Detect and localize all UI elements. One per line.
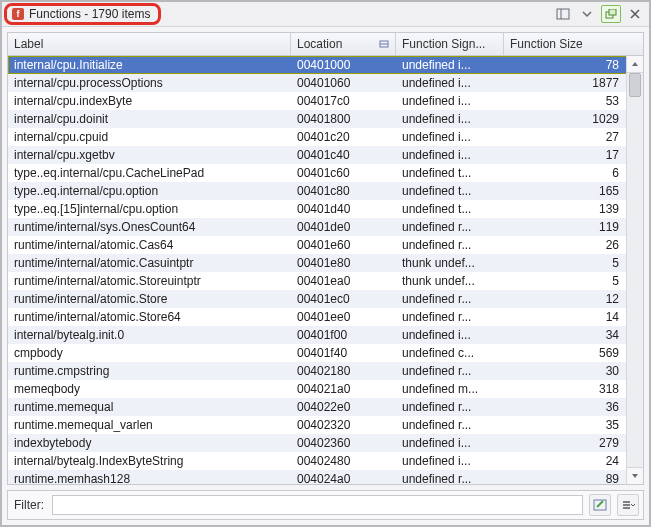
table-row[interactable]: runtime/internal/atomic.Storeuintptr0040… xyxy=(8,272,627,290)
cell-location: 00401000 xyxy=(291,56,396,74)
cell-location: 00401e60 xyxy=(291,236,396,254)
menu-button[interactable] xyxy=(577,5,597,23)
cell-location: 00401060 xyxy=(291,74,396,92)
cell-signature: undefined r... xyxy=(396,416,504,434)
cell-label: runtime/internal/atomic.Store xyxy=(8,290,291,308)
cell-label: memeqbody xyxy=(8,380,291,398)
vertical-scrollbar[interactable] xyxy=(626,56,643,484)
cell-signature: undefined c... xyxy=(396,344,504,362)
filter-input[interactable] xyxy=(52,495,583,515)
table-row[interactable]: memeqbody004021a0undefined m...318 xyxy=(8,380,627,398)
table-row[interactable]: runtime.cmpstring00402180undefined r...3… xyxy=(8,362,627,380)
cell-signature: undefined i... xyxy=(396,434,504,452)
cell-size: 1877 xyxy=(504,74,627,92)
scroll-down-button[interactable] xyxy=(627,467,643,484)
cell-signature: undefined t... xyxy=(396,200,504,218)
svg-rect-2 xyxy=(557,9,569,19)
table-row[interactable]: internal/cpu.doinit00401800undefined i..… xyxy=(8,110,627,128)
table-row[interactable]: internal/bytealg.IndexByteString00402480… xyxy=(8,452,627,470)
cell-label: runtime/internal/atomic.Store64 xyxy=(8,308,291,326)
cell-location: 00401e80 xyxy=(291,254,396,272)
table-row[interactable]: runtime.memequal004022e0undefined r...36 xyxy=(8,398,627,416)
cell-location: 00401de0 xyxy=(291,218,396,236)
table-row[interactable]: runtime/internal/atomic.Store00401ec0und… xyxy=(8,290,627,308)
cell-location: 00401ea0 xyxy=(291,272,396,290)
cell-label: indexbytebody xyxy=(8,434,291,452)
scroll-up-button[interactable] xyxy=(627,56,643,73)
cell-size: 17 xyxy=(504,146,627,164)
header-label[interactable]: Label xyxy=(8,33,291,55)
cell-signature: undefined i... xyxy=(396,128,504,146)
cell-signature: undefined t... xyxy=(396,182,504,200)
cell-location: 00401f40 xyxy=(291,344,396,362)
table-row[interactable]: internal/cpu.xgetbv00401c40undefined i..… xyxy=(8,146,627,164)
cell-signature: undefined i... xyxy=(396,92,504,110)
cell-signature: undefined r... xyxy=(396,308,504,326)
cell-size: 36 xyxy=(504,398,627,416)
cell-signature: undefined i... xyxy=(396,146,504,164)
cell-size: 78 xyxy=(504,56,627,74)
table-row[interactable]: runtime/internal/sys.OnesCount6400401de0… xyxy=(8,218,627,236)
cell-signature: undefined i... xyxy=(396,326,504,344)
table-row[interactable]: type..eq.internal/cpu.CacheLinePad00401c… xyxy=(8,164,627,182)
cell-size: 27 xyxy=(504,128,627,146)
column-toggle-button[interactable] xyxy=(553,5,573,23)
cell-size: 569 xyxy=(504,344,627,362)
table-row[interactable]: indexbytebody00402360undefined i...279 xyxy=(8,434,627,452)
titlebar-actions xyxy=(553,5,645,23)
table-row[interactable]: runtime.memequal_varlen00402320undefined… xyxy=(8,416,627,434)
titlebar: f Functions - 1790 items xyxy=(2,2,649,27)
cell-size: 34 xyxy=(504,326,627,344)
header-size[interactable]: Function Size xyxy=(504,33,643,55)
header-signature[interactable]: Function Sign... xyxy=(396,33,504,55)
cell-label: runtime.memequal xyxy=(8,398,291,416)
cell-size: 139 xyxy=(504,200,627,218)
filter-apply-button[interactable] xyxy=(589,494,611,516)
filter-options-button[interactable] xyxy=(617,494,639,516)
cell-label: runtime/internal/sys.OnesCount64 xyxy=(8,218,291,236)
cell-size: 5 xyxy=(504,272,627,290)
cell-signature: undefined r... xyxy=(396,470,504,484)
cell-signature: undefined i... xyxy=(396,110,504,128)
detach-button[interactable] xyxy=(601,5,621,23)
cell-signature: undefined i... xyxy=(396,452,504,470)
cell-label: runtime.cmpstring xyxy=(8,362,291,380)
table-row[interactable]: internal/cpu.cpuid00401c20undefined i...… xyxy=(8,128,627,146)
filter-label: Filter: xyxy=(12,498,46,512)
cell-location: 00401c40 xyxy=(291,146,396,164)
table-row[interactable]: runtime/internal/atomic.Store6400401ee0u… xyxy=(8,308,627,326)
table-row[interactable]: internal/cpu.Initialize00401000undefined… xyxy=(8,56,627,74)
table-row[interactable]: internal/cpu.processOptions00401060undef… xyxy=(8,74,627,92)
table-row[interactable]: cmpbody00401f40undefined c...569 xyxy=(8,344,627,362)
cell-size: 24 xyxy=(504,452,627,470)
cell-size: 318 xyxy=(504,380,627,398)
header-location[interactable]: Location xyxy=(291,33,396,55)
table-row[interactable]: runtime/internal/atomic.Casuintptr00401e… xyxy=(8,254,627,272)
cell-label: internal/cpu.indexByte xyxy=(8,92,291,110)
table-row[interactable]: type..eq.internal/cpu.option00401c80unde… xyxy=(8,182,627,200)
cell-size: 279 xyxy=(504,434,627,452)
cell-size: 35 xyxy=(504,416,627,434)
cell-location: 00401ee0 xyxy=(291,308,396,326)
cell-label: internal/cpu.cpuid xyxy=(8,128,291,146)
scroll-track[interactable] xyxy=(627,73,643,467)
table-row[interactable]: internal/cpu.indexByte004017c0undefined … xyxy=(8,92,627,110)
table-rows[interactable]: internal/cpu.Initialize00401000undefined… xyxy=(8,56,627,484)
cell-signature: undefined r... xyxy=(396,362,504,380)
cell-location: 00401f00 xyxy=(291,326,396,344)
cell-label: internal/cpu.processOptions xyxy=(8,74,291,92)
table-row[interactable]: runtime/internal/atomic.Cas6400401e60und… xyxy=(8,236,627,254)
cell-location: 00402360 xyxy=(291,434,396,452)
cell-location: 00401c80 xyxy=(291,182,396,200)
cell-label: runtime.memhash128 xyxy=(8,470,291,484)
cell-label: internal/cpu.doinit xyxy=(8,110,291,128)
cell-signature: undefined i... xyxy=(396,74,504,92)
table-row[interactable]: internal/bytealg.init.000401f00undefined… xyxy=(8,326,627,344)
cell-location: 004022e0 xyxy=(291,398,396,416)
close-button[interactable] xyxy=(625,5,645,23)
table-row[interactable]: type..eq.[15]internal/cpu.option00401d40… xyxy=(8,200,627,218)
functions-table: Label Location Function Sign... Function… xyxy=(7,32,644,485)
cell-location: 00401c60 xyxy=(291,164,396,182)
scroll-thumb[interactable] xyxy=(629,73,641,97)
table-row[interactable]: runtime.memhash128004024a0undefined r...… xyxy=(8,470,627,484)
